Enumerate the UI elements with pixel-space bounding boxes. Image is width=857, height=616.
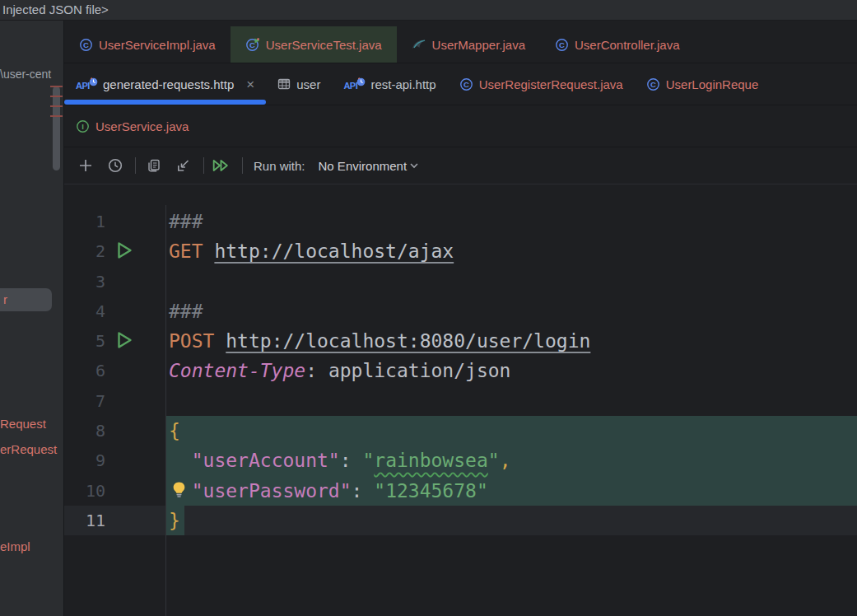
add-request-icon[interactable] [76, 156, 95, 175]
tree-item-fragment[interactable]: eImpl [0, 539, 30, 553]
tab-usermapper-java[interactable]: UserMapper.java [397, 26, 540, 63]
code-token: "userAccount" [192, 450, 340, 471]
code-token: http://localhost/ajax [214, 240, 454, 262]
code-token: application/json [328, 360, 511, 381]
toolbar-separator [203, 157, 204, 174]
tab-usercontroller-java[interactable]: CUserController.java [540, 26, 695, 63]
code-token: " [488, 450, 500, 471]
tree-item-hover[interactable]: r [0, 288, 52, 311]
tab-userservicetest-java[interactable]: CUserServiceTest.java [231, 26, 397, 63]
window-title: Injected JSON file> [0, 0, 857, 21]
ide-window: Injected JSON file> \user-cent r Request… [0, 0, 857, 616]
tree-item-fragment[interactable]: erRequest [0, 442, 57, 456]
code-token: : [305, 360, 328, 381]
svg-text:C: C [650, 80, 656, 89]
gutter: 1234567891011 [64, 207, 105, 535]
svg-text:C: C [249, 40, 255, 49]
code-line-10[interactable]: "userPassword": "12345678" [169, 476, 857, 506]
tab-userloginreque[interactable]: CUserLoginReque [635, 63, 771, 105]
tab-userregisterrequest-java[interactable]: CUserRegisterRequest.java [448, 63, 635, 105]
sidebar-scrollbar[interactable] [53, 86, 60, 170]
line-number: 10 [64, 476, 105, 506]
table-icon [277, 77, 291, 91]
chevron-down-icon[interactable] [407, 156, 422, 175]
line-number: 3 [64, 267, 105, 296]
code-token: { [169, 420, 180, 441]
code-line-6[interactable]: Content-Type: application/json [169, 356, 857, 385]
code-line-11[interactable]: } [169, 506, 857, 535]
svg-text:C: C [83, 40, 89, 49]
gutter-separator [165, 205, 166, 616]
close-icon[interactable]: × [246, 77, 254, 91]
line-number: 5 [64, 326, 105, 356]
code-line-5[interactable]: POST http://localhost:8080/user/login [169, 326, 857, 356]
code-token: GET [169, 240, 214, 262]
line-number: 6 [64, 356, 105, 385]
tab-userserviceimpl-java[interactable]: CUserServiceImpl.java [64, 26, 231, 63]
tab-label: UserRegisterRequest.java [479, 77, 623, 91]
copy-request-icon[interactable] [144, 156, 164, 175]
toolbar-separator [242, 157, 243, 174]
code-line-1[interactable]: ### [169, 207, 857, 236]
active-tab-underline [64, 100, 266, 105]
error-stripe-mark [50, 86, 63, 87]
run-request-icon[interactable] [115, 330, 135, 352]
run-all-icon[interactable] [211, 156, 231, 175]
code-token: } [169, 510, 180, 531]
tab-label: UserService.java [95, 119, 189, 133]
error-stripe-mark [50, 115, 63, 117]
code-token [169, 480, 192, 502]
code-token: ### [169, 301, 203, 322]
class-icon: C [459, 77, 473, 91]
error-stripe-mark [50, 105, 63, 107]
open-log-icon[interactable] [174, 156, 193, 175]
run-with-label: Run with: [254, 159, 305, 173]
code-line-8[interactable]: { [169, 416, 857, 446]
tab-label: UserController.java [575, 38, 680, 52]
http-file-icon: API [76, 77, 97, 91]
code-line-2[interactable]: GET http://localhost/ajax [169, 236, 857, 266]
line-number: 9 [64, 446, 105, 475]
code-line-7[interactable] [169, 386, 857, 416]
environment-selector[interactable]: No Environment [319, 159, 408, 173]
interface-icon: I [76, 119, 90, 133]
toolbar-separator [135, 157, 136, 174]
mybatis-icon [412, 38, 426, 51]
tab-rest-api-http[interactable]: APIrest-api.http [332, 63, 447, 105]
test-class-icon: C [245, 38, 260, 52]
code-line-9[interactable]: "userAccount": "rainbowsea", [169, 446, 857, 475]
tab-userservice-java[interactable]: IUserService.java [64, 105, 200, 147]
tab-label: rest-api.http [370, 77, 435, 91]
line-number: 8 [64, 416, 105, 446]
line-number: 2 [64, 236, 105, 266]
code-token: : [352, 480, 375, 502]
code-token: "userPassword" [192, 480, 352, 502]
class-icon: C [79, 38, 93, 52]
svg-text:I: I [82, 122, 84, 131]
tab-user[interactable]: user [266, 63, 332, 105]
line-number: 1 [64, 207, 105, 236]
tab-label: generated-requests.http [103, 77, 234, 91]
tree-item-fragment[interactable]: Request [0, 417, 46, 431]
code-area[interactable]: ###GET http://localhost/ajax###POST http… [169, 207, 857, 535]
class-icon: C [555, 38, 569, 52]
project-sidebar: \user-cent r RequesterRequesteImpl [0, 21, 64, 616]
code-token: ### [169, 211, 203, 232]
code-token: rainbowsea [374, 450, 487, 471]
line-number: 11 [64, 506, 105, 535]
code-line-3[interactable] [169, 267, 857, 296]
code-line-4[interactable]: ### [169, 296, 857, 326]
http-client-toolbar: Run with: No Environment [64, 147, 857, 184]
tab-row-2: APIgenerated-requests.http×userAPIrest-a… [64, 63, 857, 105]
history-icon[interactable] [105, 156, 125, 175]
run-request-icon[interactable] [115, 240, 135, 262]
class-icon: C [646, 77, 660, 91]
tab-label: UserServiceTest.java [266, 38, 382, 52]
tab-generated-requests-http[interactable]: APIgenerated-requests.http× [64, 63, 266, 105]
error-stripe-mark [50, 96, 63, 97]
code-token: : [340, 450, 363, 471]
svg-text:C: C [463, 80, 469, 89]
tab-row-3: IUserService.java [64, 105, 857, 147]
editor-area: CUserServiceImpl.javaCUserServiceTest.ja… [64, 21, 857, 616]
code-editor[interactable]: 1234567891011###GET http://localhost/aja… [64, 205, 857, 616]
